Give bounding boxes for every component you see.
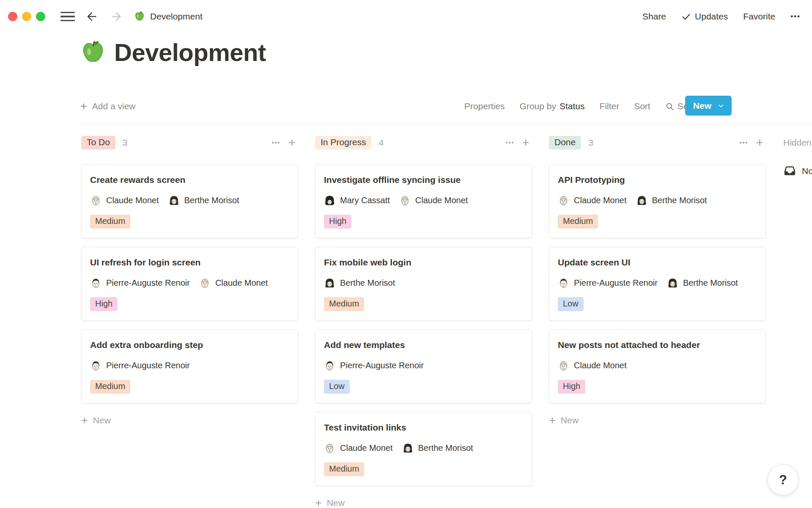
forward-icon[interactable] <box>110 10 122 23</box>
plus-icon: + <box>81 416 88 425</box>
add-card-button[interactable]: +New <box>549 415 766 425</box>
share-button[interactable]: Share <box>642 11 666 22</box>
page-icon-green-apple[interactable] <box>80 40 106 65</box>
kanban-card[interactable]: Fix mobile web loginBerthe MorisotMedium <box>315 247 532 321</box>
assignee: Berthe Morisot <box>168 193 239 208</box>
kanban-card[interactable]: Update screen UIPierre-Auguste RenoirBer… <box>549 247 766 321</box>
avatar-claude-monet <box>558 360 569 371</box>
column-add-card-icon[interactable]: + <box>522 137 529 148</box>
more-options-icon[interactable]: ••• <box>790 12 801 21</box>
column-header: To Do3•••+ <box>81 135 298 151</box>
assignee-name: Claude Monet <box>574 361 627 370</box>
add-card-button[interactable]: +New <box>81 415 298 425</box>
card-title: Update screen UI <box>558 256 757 269</box>
card-title: Fix mobile web login <box>324 256 523 269</box>
card-assignees: Pierre-Auguste Renoir <box>324 358 523 373</box>
avatar-berthe-morisot <box>667 277 678 289</box>
card-priority: High <box>324 208 523 229</box>
card-title: Investigate offline syncing issue <box>324 173 523 187</box>
card-priority: Low <box>324 373 523 394</box>
kanban-card[interactable]: UI refresh for login screenPierre-August… <box>81 247 298 321</box>
assignee-name: Berthe Morisot <box>683 278 738 288</box>
assignee-name: Claude Monet <box>340 443 393 453</box>
avatar-claude-monet <box>399 195 411 206</box>
new-button[interactable]: New <box>685 96 732 116</box>
page-title[interactable]: Development <box>114 38 266 66</box>
card-title: Test invitation links <box>324 421 523 434</box>
filter-button[interactable]: Filter <box>600 101 620 111</box>
kanban-card[interactable]: Test invitation linksClaude MonetBerthe … <box>315 412 532 486</box>
column-status-pill[interactable]: Done <box>549 136 581 149</box>
kanban-card[interactable]: Create rewards screenClaude MonetBerthe … <box>81 164 298 238</box>
column-add-card-icon[interactable]: + <box>756 137 763 148</box>
card-title: API Prototyping <box>558 173 757 187</box>
hidden-columns-section: Hidden columns No Status <box>783 135 812 177</box>
avatar-claude-monet <box>199 277 211 289</box>
column-status-pill[interactable]: To Do <box>81 136 115 149</box>
assignee: Berthe Morisot <box>667 275 738 290</box>
column-more-options-icon[interactable]: ••• <box>740 139 749 146</box>
card-title: UI refresh for login screen <box>90 256 289 269</box>
assignee-name: Berthe Morisot <box>652 196 707 205</box>
kanban-card[interactable]: Add new templatesPierre-Auguste RenoirLo… <box>315 329 532 403</box>
window-titlebar: Development Share Updates Favorite ••• <box>0 0 812 33</box>
assignee-name: Berthe Morisot <box>418 443 473 453</box>
avatar-pierre-auguste-renoir <box>558 277 569 289</box>
column-header: Done3•••+ <box>549 135 766 151</box>
column-controls: •••+ <box>506 137 532 148</box>
help-button[interactable]: ? <box>768 464 798 495</box>
column-more-options-icon[interactable]: ••• <box>506 139 515 146</box>
card-priority: Medium <box>90 373 289 394</box>
minimize-window-button[interactable] <box>22 12 31 21</box>
column-add-card-icon[interactable]: + <box>288 137 296 148</box>
assignee-name: Claude Monet <box>415 196 468 205</box>
updates-button[interactable]: Updates <box>681 11 728 22</box>
card-title: Add new templates <box>324 338 523 352</box>
priority-badge: Medium <box>324 462 364 476</box>
column-cards: Create rewards screenClaude MonetBerthe … <box>81 164 298 403</box>
board-column-to-do: To Do3•••+Create rewards screenClaude Mo… <box>81 135 298 425</box>
page-header: Development <box>80 38 266 66</box>
card-assignees: Pierre-Auguste RenoirBerthe Morisot <box>558 275 757 290</box>
favorite-button[interactable]: Favorite <box>743 11 775 22</box>
assignee-name: Pierre-Auguste Renoir <box>574 278 658 288</box>
card-title: Add extra onboarding step <box>90 338 289 352</box>
green-apple-icon <box>134 11 145 22</box>
zoom-window-button[interactable] <box>36 12 45 21</box>
assignee-name: Claude Monet <box>106 196 159 205</box>
board-column-in-progress: In Progress4•••+Investigate offline sync… <box>315 135 532 508</box>
kanban-card[interactable]: New posts not attached to headerClaude M… <box>549 329 766 403</box>
breadcrumb-page-title[interactable]: Development <box>150 11 203 22</box>
assignee-name: Claude Monet <box>574 196 627 205</box>
column-more-options-icon[interactable]: ••• <box>272 139 281 146</box>
assignee-name: Pierre-Auguste Renoir <box>106 361 190 370</box>
no-status-group[interactable]: No Status <box>783 164 812 177</box>
add-card-button[interactable]: +New <box>315 498 532 508</box>
sidebar-menu-icon[interactable] <box>60 12 75 22</box>
card-assignees: Mary CassattClaude Monet <box>324 193 523 208</box>
card-priority: Medium <box>324 456 523 476</box>
column-controls: •••+ <box>272 137 298 148</box>
assignee: Claude Monet <box>558 193 627 208</box>
priority-badge: High <box>324 215 351 229</box>
assignee: Pierre-Auguste Renoir <box>90 358 190 373</box>
sort-button[interactable]: Sort <box>634 101 650 111</box>
avatar-claude-monet <box>558 195 569 206</box>
assignee-name: Mary Cassatt <box>340 196 390 205</box>
kanban-card[interactable]: Investigate offline syncing issueMary Ca… <box>315 164 532 238</box>
close-window-button[interactable] <box>8 12 17 21</box>
card-priority: Low <box>558 290 757 311</box>
properties-button[interactable]: Properties <box>464 101 505 111</box>
assignee: Mary Cassatt <box>324 193 390 208</box>
column-status-pill[interactable]: In Progress <box>315 136 371 149</box>
add-view-button[interactable]: + Add a view <box>80 101 136 111</box>
toolbar-divider <box>80 124 812 124</box>
group-by-button[interactable]: Group by Status <box>520 101 585 111</box>
avatar-pierre-auguste-renoir <box>90 360 102 371</box>
avatar-mary-cassatt <box>324 195 335 206</box>
assignee-name: Pierre-Auguste Renoir <box>340 361 424 370</box>
back-icon[interactable] <box>86 10 99 23</box>
kanban-card[interactable]: Add extra onboarding stepPierre-Auguste … <box>81 329 298 403</box>
avatar-claude-monet <box>324 442 335 454</box>
kanban-card[interactable]: API PrototypingClaude MonetBerthe Moriso… <box>549 164 766 238</box>
